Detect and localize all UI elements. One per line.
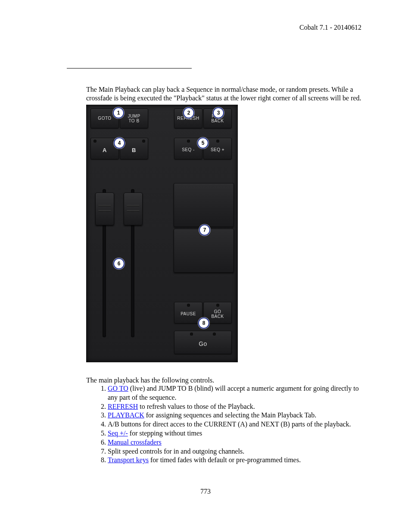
- list-text: A/B buttons for direct acces to the CURR…: [108, 420, 351, 428]
- link-transport[interactable]: Transport keys: [108, 456, 149, 464]
- controls-list: GO TO (live) and JUMP TO B (blind) will …: [108, 384, 361, 465]
- list-item: Split speed controls for in and outgoing…: [108, 447, 361, 456]
- led-indicator: [216, 304, 219, 307]
- section-divider: [67, 68, 192, 68]
- link-playback[interactable]: PLAYBACK: [108, 411, 144, 419]
- callout-6: 6: [113, 258, 125, 269]
- list-item: Seq +/- for stepping without times: [108, 429, 361, 438]
- led-indicator: [187, 140, 190, 143]
- callout-3: 3: [213, 107, 224, 118]
- list-item: REFRESH to refresh values to those of th…: [108, 402, 361, 411]
- callout-1: 1: [113, 107, 124, 118]
- led-indicator: [187, 304, 190, 307]
- list-text: for assigning sequences and selecting th…: [144, 411, 316, 419]
- list-text: for stepping without times: [128, 429, 202, 437]
- link-goto[interactable]: GO TO: [108, 385, 128, 392]
- led-indicator: [93, 140, 97, 143]
- page-header: Cobalt 7.1 - 20140612: [299, 24, 361, 31]
- link-crossfaders[interactable]: Manual crossfaders: [108, 439, 162, 446]
- button-label: SEQ -: [182, 147, 195, 152]
- callout-4: 4: [114, 137, 125, 149]
- callout-8: 8: [198, 317, 209, 329]
- led-indicator: [190, 333, 193, 336]
- list-item: Transport keys for timed fades with defa…: [108, 456, 361, 465]
- button-label: B: [132, 147, 136, 154]
- main-playback-figure: GOTO JUMP TO B REFRESH PLAY BACK A B SEQ…: [86, 105, 238, 362]
- fader-cap-b[interactable]: [124, 193, 143, 225]
- jump-to-b-button[interactable]: JUMP TO B: [120, 109, 148, 128]
- led-indicator: [213, 333, 216, 336]
- page-number: 773: [0, 488, 411, 495]
- link-seq[interactable]: Seq +/-: [108, 429, 128, 437]
- speed-pad-out[interactable]: [174, 183, 234, 227]
- list-text: Split speed controls for in and outgoing…: [108, 448, 244, 455]
- list-item: PLAYBACK for assigning sequences and sel…: [108, 411, 361, 420]
- go-button[interactable]: Go: [174, 331, 232, 354]
- callout-5: 5: [197, 137, 209, 149]
- list-text: to refresh values to those of the Playba…: [138, 403, 255, 410]
- list-item: GO TO (live) and JUMP TO B (blind) will …: [108, 384, 361, 402]
- led-indicator: [142, 140, 145, 143]
- callout-2: 2: [183, 107, 194, 118]
- button-label: SEQ +: [211, 147, 224, 152]
- button-label: PAUSE: [181, 311, 196, 317]
- button-label: A: [103, 147, 107, 154]
- intro-paragraph: The Main Playback can play back a Sequen…: [86, 85, 361, 103]
- led-indicator: [216, 140, 219, 143]
- list-item: A/B buttons for direct acces to the CURR…: [108, 420, 361, 429]
- link-refresh[interactable]: REFRESH: [108, 403, 138, 410]
- list-text: for timed fades with default or pre-prog…: [149, 456, 301, 464]
- list-item: Manual crossfaders: [108, 438, 361, 447]
- pause-button[interactable]: PAUSE: [174, 302, 202, 324]
- button-label: GO BACK: [211, 309, 224, 319]
- list-text: (live) and JUMP TO B (blind) will accept…: [108, 385, 359, 401]
- fader-cap-a[interactable]: [95, 193, 114, 225]
- button-label: Go: [199, 340, 207, 347]
- callout-7: 7: [199, 224, 210, 236]
- caption-paragraph: The main playback has the following cont…: [86, 376, 361, 385]
